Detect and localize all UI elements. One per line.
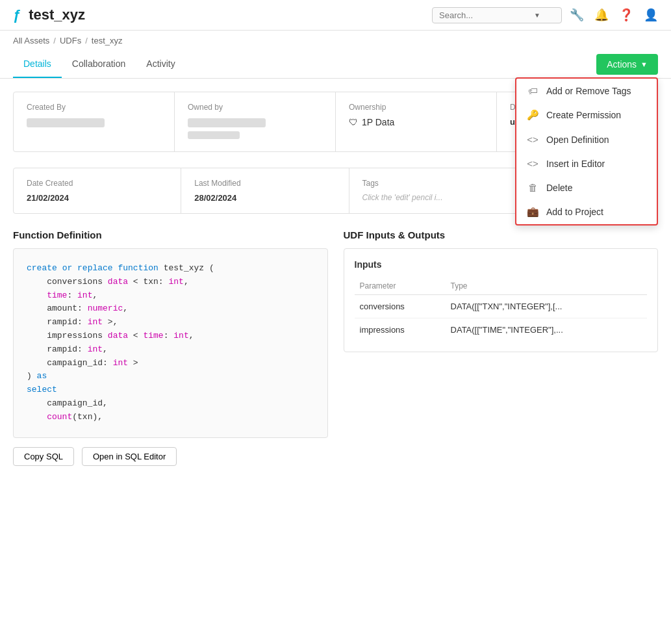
breadcrumb-current: test_xyz	[92, 36, 123, 45]
tag-icon: 🏷	[527, 85, 538, 96]
dropdown-item-delete[interactable]: 🗑 Delete	[516, 175, 657, 200]
header: ƒ test_xyz ▼ 🔧 🔔 ❓ 👤	[0, 0, 671, 31]
briefcase-icon: 💼	[527, 206, 538, 218]
date-created-label: Date Created	[27, 179, 168, 188]
udf-title: UDF Inputs & Outputs	[344, 229, 659, 240]
header-search-area: ▼	[432, 7, 562, 23]
created-by-value-blurred	[27, 118, 105, 127]
ownership-text: 1P Data	[362, 117, 394, 127]
udf-table-header: Parameter Type	[355, 277, 648, 295]
wrench-icon[interactable]: 🔧	[570, 8, 584, 22]
udf-row-2-parameter: impressions	[355, 318, 446, 342]
open-in-sql-editor-button[interactable]: Open in SQL Editor	[82, 447, 177, 466]
code-buttons: Copy SQL Open in SQL Editor	[13, 447, 328, 466]
udf-inputs-title: Inputs	[355, 259, 648, 270]
code-brackets-icon: <>	[527, 158, 538, 169]
search-box[interactable]: ▼	[432, 7, 562, 23]
page-title: test_xyz	[29, 6, 85, 23]
code-line-11: campaign_id,	[27, 397, 314, 411]
dropdown-item-open-definition[interactable]: <> Open Definition	[516, 127, 657, 151]
function-definition-title: Function Definition	[13, 229, 328, 240]
breadcrumb-sep-2: /	[85, 36, 88, 45]
dropdown-item-create-permission[interactable]: 🔑 Create Permission	[516, 103, 657, 127]
info-cell-created-by: Created By	[14, 92, 175, 151]
key-icon: 🔑	[527, 109, 538, 121]
code-line-8: campaign_id: int >	[27, 357, 314, 370]
question-icon[interactable]: ❓	[619, 8, 633, 22]
udf-table: Parameter Type conversions DATA([["TXN",…	[355, 277, 648, 341]
search-input[interactable]	[439, 10, 530, 20]
created-by-label: Created By	[27, 103, 161, 112]
last-modified-value: 28/02/2024	[194, 193, 335, 203]
info-cell-last-modified: Last Modified 28/02/2024	[181, 168, 349, 213]
tab-collaboration[interactable]: Collaboration	[62, 51, 136, 78]
search-dropdown-arrow[interactable]: ▼	[534, 12, 540, 19]
ownership-label: Ownership	[349, 103, 483, 112]
actions-arrow-icon: ▼	[640, 60, 648, 68]
code-line-10: select	[27, 383, 314, 397]
breadcrumb: All Assets / UDFs / test_xyz	[0, 31, 671, 51]
udf-col-type: Type	[446, 277, 647, 295]
table-row: conversions DATA([["TXN","INTEGER"],[...	[355, 295, 648, 318]
trash-icon: 🗑	[527, 182, 538, 193]
date-created-value: 21/02/2024	[27, 193, 168, 203]
code-line-2: conversions data < txn: int,	[27, 276, 314, 289]
udf-box: Inputs Parameter Type conversions DATA([…	[344, 248, 659, 352]
actions-dropdown-menu: 🏷 Add or Remove Tags 🔑 Create Permission…	[515, 77, 658, 225]
function-icon: ƒ	[13, 6, 21, 23]
code-line-1: create or replace function test_xyz (	[27, 262, 314, 276]
udf-row-2-type: DATA([["TIME","INTEGER"],...	[446, 318, 647, 342]
code-line-4: amount: numeric,	[27, 302, 314, 316]
code-line-12: count(txn),	[27, 411, 314, 424]
info-cell-ownership: Ownership 🛡 1P Data	[336, 92, 497, 151]
code-line-9: ) as	[27, 370, 314, 383]
udf-row-1-parameter: conversions	[355, 295, 446, 318]
dropdown-item-insert-in-editor[interactable]: <> Insert in Editor	[516, 151, 657, 175]
actions-btn-area: Actions ▼ 🏷 Add or Remove Tags 🔑 Create …	[596, 54, 658, 75]
tab-activity[interactable]: Activity	[136, 51, 185, 78]
function-definition-panel: Function Definition create or replace fu…	[13, 229, 328, 466]
code-line-3: time: int,	[27, 289, 314, 303]
owned-by-value-blurred	[188, 118, 266, 127]
code-line-5: rampid: int >,	[27, 316, 314, 329]
shield-icon: 🛡	[349, 117, 358, 127]
owned-by-label: Owned by	[188, 103, 322, 112]
breadcrumb-udfs[interactable]: UDFs	[60, 36, 81, 45]
tab-details[interactable]: Details	[13, 51, 62, 78]
info-cell-date-created: Date Created 21/02/2024	[14, 168, 181, 213]
tabs-row: Details Collaboration Activity Actions ▼…	[0, 51, 671, 79]
table-row: impressions DATA([["TIME","INTEGER"],...	[355, 318, 648, 342]
dropdown-item-add-to-project[interactable]: 💼 Add to Project	[516, 200, 657, 224]
bell-icon[interactable]: 🔔	[594, 8, 609, 22]
header-icons: 🔧 🔔 ❓ 👤	[570, 8, 658, 22]
ownership-value: 🛡 1P Data	[349, 117, 483, 127]
code-line-7: rampid: int,	[27, 343, 314, 357]
code-line-6: impressions data < time: int,	[27, 329, 314, 343]
breadcrumb-all-assets[interactable]: All Assets	[13, 36, 49, 45]
user-icon[interactable]: 👤	[644, 8, 658, 22]
code-icon: <>	[527, 134, 538, 145]
dropdown-item-add-remove-tags[interactable]: 🏷 Add or Remove Tags	[516, 79, 657, 103]
udf-row-1-type: DATA([["TXN","INTEGER"],[...	[446, 295, 647, 318]
copy-sql-button[interactable]: Copy SQL	[13, 447, 74, 466]
last-modified-label: Last Modified	[194, 179, 335, 188]
code-block: create or replace function test_xyz ( co…	[13, 248, 328, 438]
info-cell-owned-by: Owned by	[175, 92, 336, 151]
breadcrumb-sep-1: /	[53, 36, 56, 45]
two-col-layout: Function Definition create or replace fu…	[13, 229, 658, 466]
udf-panel: UDF Inputs & Outputs Inputs Parameter Ty…	[344, 229, 659, 466]
actions-button[interactable]: Actions ▼	[596, 54, 658, 75]
owned-by-value-blurred-2	[188, 131, 240, 139]
udf-col-parameter: Parameter	[355, 277, 446, 295]
